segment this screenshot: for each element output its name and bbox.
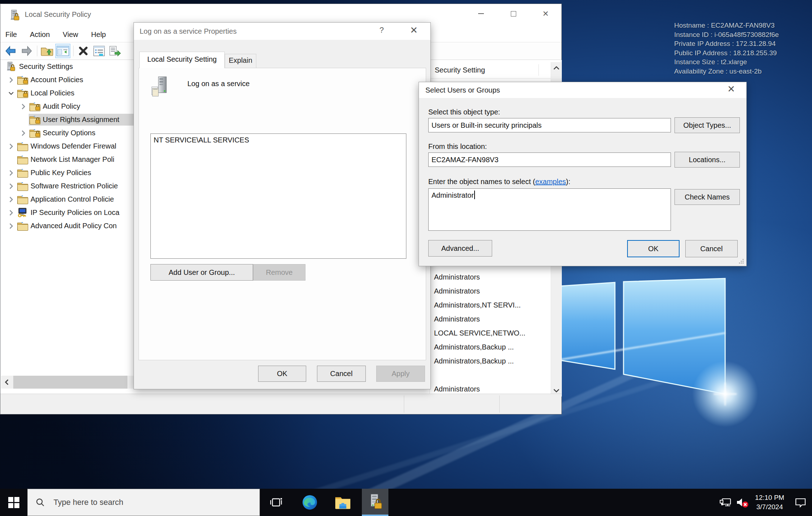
dialog-close-button[interactable]: ✕ [721, 84, 741, 97]
delete-x-icon [78, 46, 89, 56]
tree-item-label: Local Policies [29, 89, 74, 97]
file-explorer-button[interactable] [330, 489, 356, 516]
select-ok-button[interactable]: OK [627, 240, 680, 257]
properties-button[interactable] [92, 44, 107, 58]
column-divider[interactable] [538, 64, 539, 76]
forward-button[interactable] [19, 44, 34, 58]
tree-item[interactable]: Software Restriction Policie [1, 179, 134, 193]
policy-row[interactable]: Administrators,NT SERVI... [432, 298, 549, 312]
tree-item-label: Security Settings [17, 62, 73, 71]
chevron-right-icon[interactable] [6, 169, 17, 177]
statusbar-divider [499, 395, 500, 413]
members-listbox[interactable]: NT SERVICE\ALL SERVICES [150, 133, 406, 259]
tab-local-security-setting[interactable]: Local Security Setting [139, 52, 225, 68]
scroll-up-button[interactable] [551, 62, 562, 74]
chevron-right-icon[interactable] [6, 222, 17, 230]
tree-item[interactable]: Windows Defender Firewal [1, 140, 134, 153]
chevron-right-icon[interactable] [6, 208, 17, 217]
tree-item[interactable]: Public Key Policies [1, 166, 134, 179]
menu-action[interactable]: Action [30, 29, 50, 40]
dialog-close-button[interactable]: ✕ [404, 25, 424, 38]
chevron-down-icon[interactable] [6, 89, 17, 98]
minimize-button[interactable] [465, 4, 497, 23]
close-button[interactable]: × [529, 4, 562, 23]
policy-row[interactable]: Administrators [432, 284, 549, 298]
properties-icon [93, 46, 105, 56]
show-console-tree-button[interactable] [55, 44, 70, 58]
location-field[interactable]: EC2AMAZ-FAN98V3 [428, 153, 671, 167]
object-names-input[interactable]: Administrator [428, 188, 671, 231]
export-list-button[interactable] [107, 44, 122, 58]
tab-explain[interactable]: Explain [225, 54, 256, 68]
member-item[interactable]: NT SERVICE\ALL SERVICES [154, 136, 403, 144]
tree-item[interactable]: Advanced Audit Policy Con [1, 219, 134, 233]
toolbar-separator [37, 46, 37, 56]
volume-tray-button[interactable] [734, 489, 750, 516]
properties-apply-button[interactable]: Apply [376, 366, 425, 382]
chevron-right-icon[interactable] [6, 182, 17, 191]
maximize-button[interactable] [497, 4, 529, 23]
object-types-button[interactable]: Object Types... [675, 117, 740, 133]
tab-label: Explain [229, 56, 252, 65]
start-button[interactable] [0, 489, 27, 516]
task-view-button[interactable] [263, 489, 289, 516]
tree-item[interactable]: Network List Manager Poli [1, 153, 134, 166]
object-names-label: Enter the object names to select (exampl… [428, 178, 570, 186]
tree-item-label: Windows Defender Firewal [29, 142, 116, 150]
tree-item[interactable]: Audit Policy [1, 100, 134, 113]
examples-link[interactable]: examples [535, 178, 566, 186]
secpol-taskbar-button[interactable] [362, 489, 388, 516]
dialog-title-bar[interactable]: Log on as a service Properties ? ✕ [134, 23, 430, 40]
action-center-icon [795, 497, 806, 508]
menu-help[interactable]: Help [91, 29, 106, 40]
tree-item[interactable]: Security Options [1, 126, 134, 140]
chevron-right-icon[interactable] [6, 142, 17, 151]
properties-cancel-button[interactable]: Cancel [317, 366, 366, 382]
menu-file[interactable]: File [5, 29, 17, 40]
object-type-field[interactable]: Users or Built-in security principals [428, 118, 671, 132]
scroll-left-button[interactable] [1, 376, 13, 389]
folder-lock-icon [29, 115, 41, 125]
remove-button[interactable]: Remove [253, 264, 305, 281]
check-names-button[interactable]: Check Names [675, 189, 740, 205]
action-center-button[interactable] [789, 489, 812, 516]
help-button[interactable]: ? [374, 25, 389, 38]
tree-item[interactable]: User Rights Assignment [1, 113, 134, 126]
policy-row[interactable]: Administrators [432, 312, 549, 326]
taskbar-clock[interactable]: 12:10 PM 3/7/2024 [750, 493, 789, 512]
chevron-right-icon[interactable] [18, 129, 29, 137]
policy-row[interactable]: Administrators,Backup ... [432, 354, 549, 368]
back-button[interactable] [3, 44, 18, 58]
chevron-right-icon[interactable] [18, 102, 29, 111]
hscroll-thumb[interactable] [13, 376, 127, 389]
tree-item[interactable]: IP Security Policies on Loca [1, 206, 134, 219]
taskbar-search[interactable]: Type here to search [27, 489, 260, 516]
tree-item-label: Network List Manager Poli [29, 155, 114, 164]
policy-row[interactable]: Administrators [432, 270, 549, 284]
tree-item[interactable]: Account Policies [1, 73, 134, 86]
resize-grip[interactable] [738, 258, 744, 264]
chevron-right-icon[interactable] [6, 195, 17, 204]
network-tray-button[interactable] [717, 489, 734, 516]
tree-horizontal-scrollbar[interactable] [1, 376, 134, 389]
dialog-title-bar[interactable]: Select Users or Groups ✕ [419, 82, 746, 98]
policy-row[interactable]: LOCAL SERVICE,NETWO... [432, 326, 549, 340]
chevron-right-icon[interactable] [6, 76, 17, 84]
policy-row[interactable]: Administrators,Backup ... [432, 340, 549, 354]
policy-row[interactable] [432, 368, 549, 382]
tree-item[interactable]: Application Control Policie [1, 193, 134, 206]
edge-browser-button[interactable] [297, 489, 323, 516]
tree-item[interactable]: Security Settings [1, 60, 134, 73]
advanced-button[interactable]: Advanced... [428, 240, 492, 257]
menu-view[interactable]: View [63, 29, 78, 40]
folder-lock-icon [29, 102, 41, 111]
add-user-or-group-button[interactable]: Add User or Group... [150, 264, 253, 281]
select-cancel-button[interactable]: Cancel [685, 240, 738, 257]
tree-item[interactable]: Local Policies [1, 86, 134, 100]
export-folder-button[interactable] [39, 44, 55, 58]
properties-ok-button[interactable]: OK [258, 366, 306, 382]
delete-button[interactable] [76, 44, 91, 58]
locations-button[interactable]: Locations... [675, 152, 740, 168]
security-setting-column-header[interactable]: Security Setting [435, 66, 485, 74]
system-tray: 12:10 PM 3/7/2024 [717, 489, 812, 516]
